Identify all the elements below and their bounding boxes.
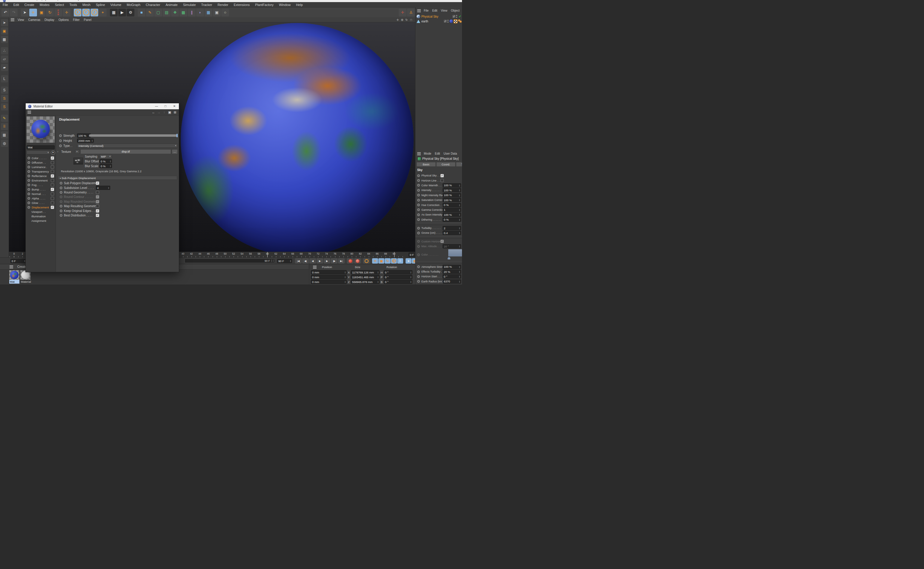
material-name-field[interactable]: Mat (27, 145, 55, 149)
sampling-dropdown[interactable]: MIP▾ (99, 154, 112, 158)
viewport-menu-filter[interactable]: Filter (71, 18, 82, 21)
lock-z-axis-icon[interactable]: Z (90, 9, 98, 17)
tweak-mode-icon[interactable]: ➤ (1, 19, 8, 26)
channel-checkbox[interactable] (51, 161, 54, 164)
spd-checkbox[interactable]: ✓ (96, 181, 99, 185)
anim-dot[interactable] (60, 191, 62, 194)
attr-value-field[interactable]: 100 %▴▾ (443, 183, 461, 187)
menu-tools[interactable]: Tools (67, 3, 80, 6)
anim-dot[interactable] (417, 275, 420, 278)
attr-value-field[interactable]: 20 %▴▾ (443, 269, 461, 274)
goto-start-button[interactable]: |◀ (295, 258, 301, 263)
menu-file[interactable]: File (0, 3, 11, 6)
render-view-button-icon[interactable]: ▦ (110, 9, 118, 17)
toggle-views-icon[interactable]: □ (409, 18, 413, 21)
phong-tag[interactable] (458, 20, 462, 23)
symmetry-object-button-icon[interactable]: ❖ (171, 9, 179, 17)
spd-checkbox[interactable]: ✓ (96, 214, 99, 217)
anim-dot[interactable] (27, 201, 30, 204)
light-object-button-icon[interactable]: ○ (221, 9, 229, 17)
anim-dot[interactable] (60, 187, 62, 189)
strength-slider[interactable] (89, 134, 178, 137)
material-editor-titlebar[interactable]: Material Editor — □ ✕ (26, 103, 179, 109)
viewport-menu-cameras[interactable]: Cameras (26, 18, 43, 21)
spd-checkbox[interactable]: ✓ (96, 195, 99, 199)
anim-dot[interactable] (60, 205, 62, 207)
channel-checkbox[interactable] (51, 197, 54, 200)
channel-checkbox[interactable] (51, 170, 54, 173)
anim-dot[interactable] (60, 182, 62, 184)
channel-row-diffusion[interactable]: Diffusion . . (26, 160, 56, 165)
anim-dot[interactable] (417, 179, 420, 182)
spd-checkbox[interactable] (96, 204, 99, 208)
checker-display-icon[interactable]: ▩ (1, 131, 8, 138)
spd-checkbox[interactable]: ✓ (96, 209, 99, 213)
object-manager-menu-tags[interactable]: Tags (461, 9, 462, 12)
anim-dot[interactable] (27, 170, 30, 173)
size-x-field[interactable]: 1178769.126 mm▴▾ (351, 270, 380, 274)
scale-tool-icon[interactable]: ▣ (38, 9, 46, 17)
attr-value-field[interactable]: 100 %▴▾ (443, 188, 461, 192)
viewport-solo-single-icon[interactable]: S (1, 95, 8, 102)
anim-dot[interactable] (417, 280, 420, 283)
close-button[interactable]: ✕ (170, 103, 179, 109)
menu-edit[interactable]: Edit (11, 3, 22, 6)
channel-checkbox[interactable] (51, 183, 54, 187)
back-arrow-icon[interactable]: ← (151, 111, 156, 114)
channel-row-viewport[interactable]: Viewport . . (26, 210, 56, 214)
attr-checkbox[interactable]: ✓ (440, 174, 444, 177)
pick-material-button[interactable]: ➤ (51, 151, 55, 155)
coordinate-menu-icon[interactable] (313, 266, 317, 269)
channel-row-fog[interactable]: Fog . . . . (26, 183, 56, 187)
floor-object-button-icon[interactable]: ▦ (205, 9, 212, 17)
menu-spline[interactable]: Spline (93, 3, 108, 6)
menu-extensions[interactable]: Extensions (231, 3, 252, 6)
create-menu[interactable]: Create (17, 265, 26, 268)
compare-icon[interactable]: ▣ (167, 111, 172, 114)
autokeying-button[interactable] (354, 258, 361, 263)
attr-value-field[interactable]: 100 %▴▾ (443, 198, 461, 202)
channel-row-illumination[interactable]: Illumination (26, 214, 56, 219)
pan-view-icon[interactable]: ✛ (396, 18, 400, 21)
channel-checkbox[interactable] (51, 192, 54, 196)
anim-dot[interactable] (60, 200, 62, 203)
anim-dot[interactable] (59, 139, 62, 142)
spd-section-bar[interactable]: ▾ Sub Polygon Displacement (58, 176, 177, 180)
anim-dot[interactable] (417, 232, 420, 234)
record-pla-toggle[interactable]: ⠿ (397, 258, 403, 263)
tab-basic[interactable]: Basic (417, 162, 436, 167)
object-manager-menu-edit[interactable]: Edit (430, 9, 439, 12)
rotate-view-icon[interactable]: ↻ (404, 18, 409, 21)
attr-value-field[interactable]: 0 °▴▾ (443, 274, 461, 278)
record-keyframe-button[interactable] (347, 258, 353, 263)
texture-thumbnail[interactable] (73, 158, 83, 164)
rotation-h-field[interactable]: 0 °▴▾ (384, 270, 413, 274)
object-row-physical-sky[interactable]: Physical Sky ✓ (416, 14, 462, 19)
anim-dot[interactable] (417, 253, 420, 256)
lock-x-axis-icon[interactable]: X (74, 9, 82, 17)
points-mode-icon[interactable]: ∴ (1, 47, 8, 54)
goto-next-key-button[interactable]: |▶ (331, 258, 338, 263)
menu-character[interactable]: Character (143, 3, 163, 6)
viewport-menu-panel[interactable]: Panel (82, 18, 94, 21)
gradient-handle[interactable] (448, 257, 451, 259)
goto-prev-key-button[interactable]: ◀| (302, 258, 309, 263)
channel-row-environment[interactable]: Environment (26, 178, 56, 183)
polygons-mode-icon[interactable]: ▰ (1, 64, 8, 71)
attr-value-field[interactable]: 2▴▾ (443, 226, 461, 230)
attr-checkbox[interactable]: ✓ (440, 240, 444, 243)
menu-mesh[interactable]: Mesh (80, 3, 93, 6)
object-manager-menu-view[interactable]: View (439, 9, 449, 12)
anim-dot[interactable] (60, 210, 62, 212)
menu-simulate[interactable]: Simulate (180, 3, 199, 6)
render-settings-button-icon[interactable]: ⚙ (126, 9, 134, 17)
anim-dot[interactable] (417, 189, 420, 192)
undo-button-icon[interactable]: ↶ (2, 9, 9, 17)
viewport-menu-display[interactable]: Display (43, 18, 56, 21)
anim-dot[interactable] (417, 218, 420, 221)
attribute-manager-menu-edit[interactable]: Edit (433, 152, 442, 155)
anim-dot[interactable] (27, 197, 30, 200)
channel-row-reflectance[interactable]: Reflectance✓ (26, 174, 56, 178)
range-grip[interactable] (271, 259, 273, 262)
anim-dot[interactable] (27, 179, 30, 182)
